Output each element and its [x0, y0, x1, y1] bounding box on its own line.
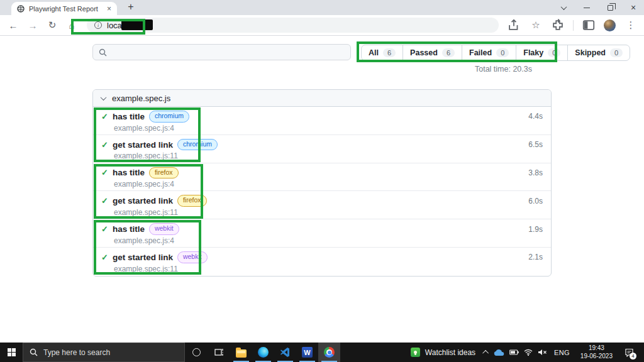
filter-skipped-count: 0 — [610, 48, 623, 57]
browser-badge: chromium — [149, 111, 189, 123]
taskbar-chrome[interactable] — [318, 343, 340, 362]
bookmark-star-icon[interactable]: ☆ — [529, 18, 543, 32]
file-name: example.spec.js — [112, 94, 170, 103]
test-file-card: example.spec.js ✓ has title chromium 4.4… — [92, 89, 552, 277]
reload-icon[interactable]: ↻ — [45, 18, 59, 32]
search-input[interactable] — [111, 48, 345, 57]
taskbar-edge[interactable] — [252, 343, 274, 362]
tab-close-icon[interactable]: × — [107, 5, 111, 13]
browser-badge: webkit — [177, 251, 208, 263]
filter-flaky-count: 0 — [548, 48, 560, 57]
cortana-icon — [192, 348, 201, 356]
tab-search-chevron-icon[interactable] — [559, 3, 568, 12]
test-title: get started link — [113, 140, 173, 150]
watchlist-ideas-label: Watchlist ideas — [425, 348, 475, 357]
chrome-icon — [324, 347, 335, 358]
tab-title: Playwright Test Report — [29, 5, 103, 13]
task-view-icon — [214, 348, 224, 356]
taskbar-search-placeholder: Type here to search — [43, 348, 110, 357]
taskbar-vscode[interactable] — [274, 343, 296, 362]
wifi-icon[interactable] — [524, 349, 533, 356]
share-icon[interactable] — [507, 18, 521, 32]
test-location: example.spec.js:11 — [114, 208, 543, 217]
test-row[interactable]: ✓ has title chromium 4.4s example.spec.j… — [93, 107, 551, 135]
menu-kebab-icon[interactable]: ⋮ — [624, 18, 638, 32]
language-indicator[interactable]: ENG — [554, 349, 570, 356]
test-location: example.spec.js:4 — [114, 236, 543, 245]
side-panel-icon[interactable] — [582, 18, 596, 32]
test-title: get started link — [113, 196, 173, 206]
filter-skipped[interactable]: Skipped 0 — [567, 45, 630, 60]
extensions-icon[interactable] — [551, 18, 565, 32]
home-icon[interactable]: ⌂ — [65, 18, 79, 32]
back-icon[interactable]: ← — [6, 18, 20, 32]
test-duration: 1.9s — [528, 225, 543, 234]
onedrive-cloud-icon[interactable] — [494, 349, 504, 356]
notification-center-button[interactable]: 4 — [621, 345, 636, 360]
taskbar-search-box[interactable]: Type here to search — [23, 343, 185, 362]
test-location: example.spec.js:11 — [114, 151, 543, 160]
test-title: has title — [113, 224, 145, 234]
test-row[interactable]: ✓ get started link firefox 6.0s example.… — [93, 191, 551, 219]
battery-icon[interactable] — [509, 349, 519, 355]
windows-logo-icon — [8, 348, 16, 356]
word-icon: W — [302, 347, 313, 358]
playwright-favicon-icon — [17, 5, 25, 13]
profile-avatar[interactable] — [604, 19, 616, 31]
taskbar-date: 19-06-2023 — [580, 353, 613, 361]
browser-tab[interactable]: Playwright Test Report × — [11, 2, 117, 15]
taskbar-clock[interactable]: 19:43 19-06-2023 — [580, 344, 613, 360]
search-icon — [30, 348, 38, 356]
filter-tabs: All 6 Passed 6 Failed 0 Flaky 0 Skipped … — [361, 45, 630, 61]
test-title: has title — [113, 168, 145, 177]
forward-icon[interactable]: → — [26, 18, 40, 32]
volume-muted-icon[interactable] — [538, 349, 547, 356]
hidden-icons-chevron-icon[interactable] — [482, 350, 489, 356]
passed-check-icon: ✓ — [101, 224, 108, 234]
filter-flaky[interactable]: Flaky 0 — [516, 45, 567, 60]
filter-failed[interactable]: Failed 0 — [462, 45, 516, 60]
new-tab-button[interactable]: + — [125, 1, 137, 13]
filter-passed[interactable]: Passed 6 — [402, 45, 462, 60]
filter-passed-count: 6 — [442, 48, 455, 57]
cortana-button[interactable] — [185, 343, 208, 362]
toolbar-divider — [573, 20, 574, 31]
close-button[interactable]: × — [629, 3, 638, 12]
filter-all-count: 6 — [383, 48, 396, 57]
filter-all[interactable]: All 6 — [362, 45, 402, 60]
watchlist-ideas-icon — [411, 348, 420, 357]
file-group-header[interactable]: example.spec.js — [93, 90, 551, 107]
taskbar-file-explorer[interactable] — [230, 343, 252, 362]
browser-badge: firefox — [177, 195, 207, 207]
start-button[interactable] — [0, 343, 23, 362]
test-row[interactable]: ✓ get started link chromium 6.5s example… — [93, 135, 551, 163]
test-location: example.spec.js:11 — [114, 265, 543, 273]
search-icon — [99, 48, 107, 57]
restore-button[interactable] — [606, 3, 614, 12]
report-search-box[interactable] — [92, 44, 351, 60]
taskbar-time: 19:43 — [580, 344, 613, 353]
test-title: get started link — [113, 253, 173, 262]
watchlist-ideas-item[interactable]: Watchlist ideas — [406, 348, 480, 357]
site-info-icon[interactable]: i — [94, 21, 102, 29]
test-row[interactable]: ✓ has title firefox 3.8s example.spec.js… — [93, 163, 551, 192]
test-row[interactable]: ✓ get started link webkit 2.1s example.s… — [93, 248, 551, 276]
test-title: has title — [113, 112, 145, 121]
test-row[interactable]: ✓ has title webkit 1.9s example.spec.js:… — [93, 219, 551, 248]
passed-check-icon: ✓ — [101, 168, 108, 177]
url-redaction-box — [121, 19, 153, 30]
minimize-button[interactable] — [582, 3, 591, 12]
address-bar[interactable]: i localhost: — [87, 18, 499, 33]
passed-check-icon: ✓ — [101, 253, 108, 262]
test-duration: 6.5s — [528, 140, 543, 149]
edge-icon — [258, 347, 269, 358]
file-explorer-icon — [236, 349, 247, 358]
vscode-icon — [280, 347, 291, 358]
task-view-button[interactable] — [208, 343, 230, 362]
passed-check-icon: ✓ — [101, 140, 108, 150]
playwright-report-page: All 6 Passed 6 Failed 0 Flaky 0 Skipped … — [0, 36, 644, 343]
browser-toolbar: ← → ↻ ⌂ i localhost: ☆ ⋮ — [0, 15, 644, 36]
windows-taskbar: Type here to search W Watchlist ideas — [0, 343, 644, 362]
passed-check-icon: ✓ — [101, 112, 108, 121]
taskbar-word[interactable]: W — [296, 343, 318, 362]
